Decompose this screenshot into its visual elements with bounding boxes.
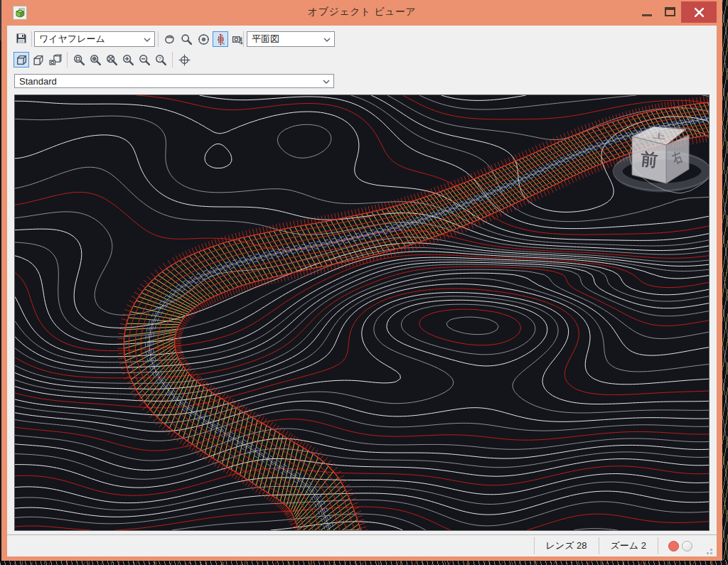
background-drawing-bottom: [0, 560, 728, 565]
zoom-previous-button[interactable]: ?: [153, 52, 168, 68]
free-orbit-icon: x: [215, 33, 227, 45]
minimize-icon: [642, 14, 652, 16]
chevron-down-icon: [323, 38, 331, 42]
maximize-icon: [665, 7, 675, 16]
viewport-canvas[interactable]: [15, 95, 709, 530]
viewport[interactable]: [14, 95, 710, 531]
zoom-previous-icon: ?: [155, 54, 167, 66]
ucs-style-value: Standard: [19, 76, 57, 87]
free-orbit-button[interactable]: x: [213, 31, 228, 47]
window-title: オブジェクト ビューア: [1, 6, 722, 18]
camera-cube-icon: [49, 54, 62, 66]
maximize-button[interactable]: [658, 0, 681, 23]
zoom-out-button[interactable]: [136, 52, 152, 68]
zoom-status: ズーム 2: [601, 539, 656, 552]
status-separator: [534, 537, 535, 554]
pan-hand-icon: [164, 33, 176, 45]
object-viewer-window: オブジェクト ビューア: [1, 0, 722, 561]
zoom-icon: [181, 33, 193, 45]
status-separator: [599, 537, 599, 554]
parallel-cube-icon: [16, 54, 28, 66]
zoom-dynamic-icon: [90, 54, 102, 66]
toolbar-separator: [158, 31, 159, 47]
status-bar: レンズ 28 ズーム 2: [7, 534, 717, 556]
resize-grip[interactable]: [702, 544, 712, 554]
pan-button[interactable]: [161, 31, 177, 47]
visual-style-value: ワイヤフレーム: [39, 33, 105, 45]
background-drawing-right: [722, 0, 728, 565]
constrained-orbit-icon: [198, 33, 210, 45]
zoom-center-button[interactable]: [176, 52, 192, 68]
status-led-red[interactable]: [668, 541, 679, 551]
zoom-window-button[interactable]: [71, 52, 87, 68]
zoom-in-icon: [122, 54, 134, 66]
view-preset-combo[interactable]: 平面図: [247, 31, 335, 47]
svg-text:?: ?: [158, 55, 161, 62]
close-icon: [695, 8, 704, 17]
window-content: ワイヤフレーム: [7, 26, 717, 556]
perspective-projection-button[interactable]: [31, 52, 46, 68]
svg-text:x: x: [223, 41, 225, 45]
toolbar-separator: [172, 52, 173, 68]
zoom-extents-icon: [106, 54, 118, 66]
close-button[interactable]: [681, 1, 717, 23]
chevron-down-icon: [323, 80, 330, 84]
status-led-gray[interactable]: [682, 541, 692, 551]
constrained-orbit-button[interactable]: [196, 31, 211, 47]
chevron-down-icon: [144, 38, 151, 42]
crosshair-icon: [178, 54, 191, 66]
view-object-button[interactable]: [48, 52, 63, 68]
zoom-out-icon: [139, 54, 151, 66]
titlebar[interactable]: オブジェクト ビューア: [1, 0, 722, 26]
toolbar-separator: [31, 31, 32, 47]
ucs-style-combo[interactable]: Standard: [14, 74, 334, 88]
zoom-button[interactable]: [178, 31, 194, 47]
toolbar-separator: [243, 31, 244, 47]
lens-status: レンズ 28: [536, 539, 597, 552]
visual-style-combo[interactable]: ワイヤフレーム: [34, 31, 155, 47]
toolbar-separator: [67, 52, 68, 68]
status-separator: [658, 537, 658, 554]
save-button[interactable]: [14, 31, 29, 46]
zoom-dynamic-button[interactable]: [87, 52, 103, 68]
zoom-extents-button[interactable]: [104, 52, 119, 68]
view-preset-value: 平面図: [252, 33, 279, 45]
zoom-window-icon: [73, 54, 85, 66]
zoom-in-button[interactable]: [120, 52, 136, 68]
minimize-button[interactable]: [636, 0, 658, 23]
parallel-projection-button[interactable]: [14, 52, 29, 68]
save-icon: [16, 33, 27, 44]
perspective-cube-icon: [33, 54, 45, 66]
camera-icon: [232, 33, 244, 45]
